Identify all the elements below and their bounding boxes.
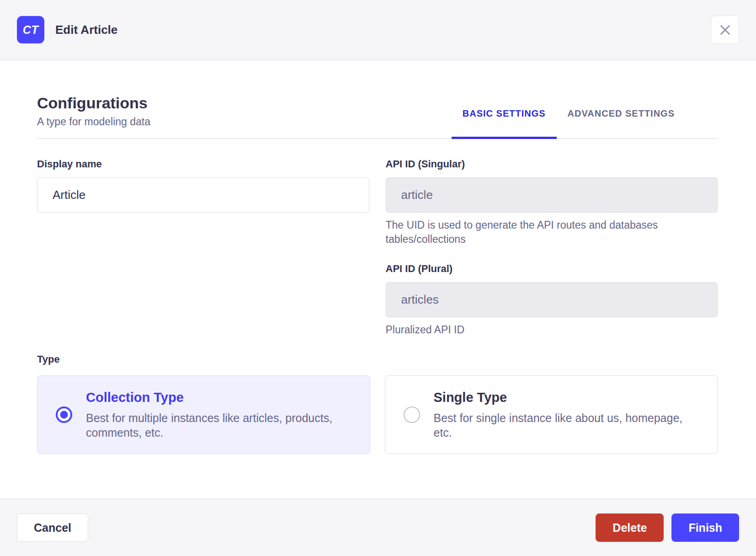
api-id-plural-label: API ID (Plural) <box>386 263 718 275</box>
collection-type-title: Collection Type <box>86 390 351 405</box>
display-name-group: Display name <box>37 158 369 213</box>
modal-footer: Cancel Delete Finish <box>0 498 756 556</box>
delete-button[interactable]: Delete <box>596 513 664 542</box>
api-id-singular-group: API ID (Singular) The UID is used to gen… <box>386 158 718 246</box>
api-id-plural-helper: Pluralized API ID <box>386 323 718 337</box>
cancel-button[interactable]: Cancel <box>17 513 88 542</box>
edit-content-type-modal: CT Edit Article Configurations A type fo… <box>0 0 756 556</box>
close-icon <box>719 24 731 36</box>
type-section: Type Collection Type Best for multiple i… <box>37 353 718 454</box>
configuration-form: Display name API ID (Singular) The UID i… <box>37 158 718 337</box>
collection-type-description: Best for multiple instances like article… <box>86 411 351 440</box>
api-id-singular-helper: The UID is used to generate the API rout… <box>386 218 718 246</box>
config-titles: Configurations A type for modeling data <box>37 94 150 138</box>
page-subtitle: A type for modeling data <box>37 116 150 128</box>
content-type-badge: CT <box>17 16 44 43</box>
collection-type-radio[interactable] <box>56 406 72 423</box>
single-type-title: Single Type <box>434 390 699 405</box>
type-cards: Collection Type Best for multiple instan… <box>37 375 718 454</box>
form-right-column: API ID (Singular) The UID is used to gen… <box>386 158 718 337</box>
single-type-description: Best for single instance like about us, … <box>434 411 699 440</box>
close-button[interactable] <box>711 16 739 44</box>
footer-actions: Delete Finish <box>596 513 739 542</box>
single-type-card[interactable]: Single Type Best for single instance lik… <box>385 375 718 454</box>
single-type-radio[interactable] <box>404 406 420 423</box>
single-type-text: Single Type Best for single instance lik… <box>434 390 699 440</box>
api-id-singular-input <box>386 177 718 213</box>
tab-advanced-settings[interactable]: ADVANCED SETTINGS <box>557 108 686 138</box>
content-type-badge-label: CT <box>23 23 38 37</box>
api-id-singular-label: API ID (Singular) <box>386 158 718 170</box>
finish-button[interactable]: Finish <box>671 513 739 542</box>
display-name-input[interactable] <box>37 177 369 213</box>
type-label: Type <box>37 353 718 365</box>
modal-header: CT Edit Article <box>0 0 756 60</box>
form-left-column: Display name <box>37 158 369 337</box>
page-title: Configurations <box>37 94 150 112</box>
display-name-label: Display name <box>37 158 369 170</box>
api-id-plural-input <box>386 282 718 317</box>
api-id-plural-group: API ID (Plural) Pluralized API ID <box>386 263 718 337</box>
tab-basic-settings[interactable]: BASIC SETTINGS <box>452 108 557 139</box>
config-header: Configurations A type for modeling data … <box>37 94 718 139</box>
modal-body: Configurations A type for modeling data … <box>0 60 756 498</box>
modal-title: Edit Article <box>55 23 117 37</box>
collection-type-card[interactable]: Collection Type Best for multiple instan… <box>37 375 370 454</box>
settings-tabs: BASIC SETTINGS ADVANCED SETTINGS <box>452 108 686 138</box>
collection-type-text: Collection Type Best for multiple instan… <box>86 390 351 440</box>
